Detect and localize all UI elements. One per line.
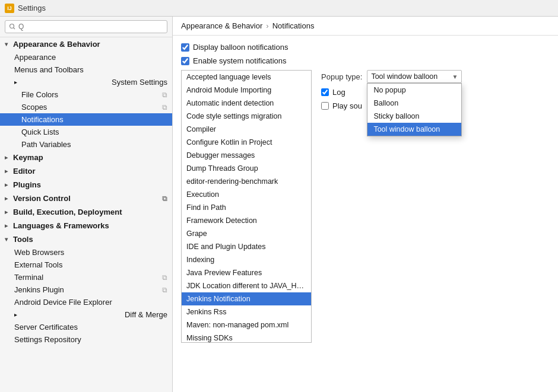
display-balloon-row[interactable]: Display balloon notifications bbox=[181, 43, 550, 52]
content-area: Appearance & Behavior › Notifications Di… bbox=[173, 17, 558, 392]
copy-icon[interactable]: ⧉ bbox=[162, 273, 167, 282]
popup-type-dropdown-menu: No popupBalloonSticky balloonTool window… bbox=[367, 83, 462, 136]
sidebar-item-terminal[interactable]: Terminal⧉ bbox=[0, 271, 172, 283]
tree-group-arrow-icon: ▾ bbox=[5, 236, 11, 243]
notification-panel: Accepted language levelsAndroid Module I… bbox=[181, 70, 550, 343]
sidebar-item-label: Notifications bbox=[21, 115, 64, 124]
sidebar-item-notifications[interactable]: Notifications bbox=[0, 113, 172, 126]
sidebar-item-label: Diff & Merge bbox=[125, 310, 167, 319]
app-icon: IJ bbox=[5, 4, 14, 13]
sidebar-item-appearance[interactable]: Appearance bbox=[0, 51, 172, 63]
tree-group-arrow-icon: ▾ bbox=[5, 41, 11, 47]
notification-list-item[interactable]: Debugger messages bbox=[182, 149, 311, 162]
sidebar-item-label: Settings Repository bbox=[14, 335, 81, 344]
sidebar-group-label: Version Control bbox=[13, 194, 71, 203]
notification-list-item[interactable]: Android Module Importing bbox=[182, 84, 311, 97]
sidebar-group-plugins[interactable]: ▸Plugins bbox=[0, 178, 172, 192]
enable-system-notif-row[interactable]: Enable system notifications bbox=[181, 56, 550, 65]
sidebar-item-label: External Tools bbox=[14, 260, 62, 269]
tree-group-arrow-icon: ▸ bbox=[5, 154, 11, 161]
content-body: Display balloon notifications Enable sys… bbox=[173, 36, 558, 392]
breadcrumb-1: Appearance & Behavior bbox=[181, 21, 262, 30]
sidebar-item-system-settings[interactable]: ▸ System Settings bbox=[0, 76, 172, 88]
popup-type-dropdown-container: Tool window balloon ▼ No popupBalloonSti… bbox=[367, 70, 462, 83]
search-input[interactable] bbox=[5, 20, 167, 33]
copy-icon[interactable]: ⧉ bbox=[162, 91, 167, 99]
tree-group-arrow-icon: ▸ bbox=[5, 168, 11, 174]
enable-system-notif-checkbox[interactable] bbox=[181, 57, 189, 65]
dropdown-option-sticky-balloon[interactable]: Sticky balloon bbox=[367, 110, 461, 123]
sidebar-item-label: Path Variables bbox=[21, 140, 71, 149]
sidebar-item-label: Server Certificates bbox=[14, 323, 78, 332]
popup-type-dropdown-btn[interactable]: Tool window balloon ▼ bbox=[367, 70, 462, 83]
sidebar-item-web-browsers[interactable]: Web Browsers bbox=[0, 246, 172, 259]
notification-list-item[interactable]: Maven: non-managed pom.xml bbox=[182, 318, 311, 332]
notification-list-item[interactable]: Java Preview Features bbox=[182, 266, 311, 279]
sidebar-item-label: Web Browsers bbox=[14, 248, 64, 257]
sidebar-item-diff-&-merge[interactable]: ▸ Diff & Merge bbox=[0, 308, 172, 321]
sidebar-group-label: Languages & Frameworks bbox=[13, 221, 109, 230]
sidebar-item-label: File Colors bbox=[21, 90, 58, 99]
notification-list-item[interactable]: Compiler bbox=[182, 123, 311, 136]
breadcrumb-2: Notifications bbox=[272, 21, 315, 30]
copy-icon[interactable]: ⧉ bbox=[162, 103, 167, 111]
sidebar-group-label: Build, Execution, Deployment bbox=[13, 208, 122, 216]
log-checkbox[interactable] bbox=[321, 88, 329, 96]
notification-list[interactable]: Accepted language levelsAndroid Module I… bbox=[181, 70, 312, 343]
notification-list-item[interactable]: Code style settings migration bbox=[182, 110, 311, 123]
notification-list-item[interactable]: JDK Location different to JAVA_HOME bbox=[182, 279, 311, 292]
dropdown-arrow-icon: ▼ bbox=[452, 74, 458, 80]
notification-list-item[interactable]: Missing SDKs bbox=[182, 332, 311, 343]
sidebar-group-keymap[interactable]: ▸Keymap bbox=[0, 151, 172, 164]
notification-list-item[interactable]: Execution bbox=[182, 188, 311, 201]
notification-list-item[interactable]: Configure Kotlin in Project bbox=[182, 136, 311, 149]
sidebar-item-android-device-file-explorer[interactable]: Android Device File Explorer bbox=[0, 296, 172, 308]
sidebar-group-build,-execution,-deployment[interactable]: ▸Build, Execution, Deployment bbox=[0, 205, 172, 219]
dropdown-option-tool-window-balloon[interactable]: Tool window balloon bbox=[367, 123, 461, 136]
copy-icon[interactable]: ⧉ bbox=[162, 286, 167, 294]
notification-list-item[interactable]: Jenkins Notification bbox=[182, 292, 311, 305]
content-header: Appearance & Behavior › Notifications bbox=[173, 17, 558, 36]
notification-list-item[interactable]: Find in Path bbox=[182, 201, 311, 214]
dropdown-option-balloon[interactable]: Balloon bbox=[367, 97, 461, 110]
notification-list-item[interactable]: Automatic indent detection bbox=[182, 97, 311, 110]
notification-settings-panel: Popup type: Tool window balloon ▼ No pop… bbox=[312, 70, 478, 343]
sidebar-item-settings-repository[interactable]: Settings Repository bbox=[0, 333, 172, 346]
search-box[interactable] bbox=[0, 17, 172, 37]
tree-group-arrow-icon: ▸ bbox=[5, 181, 11, 188]
sidebar-item-jenkins-plugin[interactable]: Jenkins Plugin⧉ bbox=[0, 283, 172, 296]
notification-list-item[interactable]: Accepted language levels bbox=[182, 71, 311, 84]
sidebar-group-editor[interactable]: ▸Editor bbox=[0, 164, 172, 178]
sidebar-item-file-colors[interactable]: File Colors⧉ bbox=[0, 88, 172, 101]
sidebar-group-tools[interactable]: ▾Tools bbox=[0, 232, 172, 246]
sidebar-item-external-tools[interactable]: External Tools bbox=[0, 259, 172, 271]
sidebar: ▾Appearance & BehaviorAppearanceMenus an… bbox=[0, 17, 173, 392]
tree-group-arrow-icon: ▸ bbox=[5, 222, 11, 229]
sidebar-item-label: Quick Lists bbox=[21, 128, 59, 136]
notification-list-item[interactable]: Grape bbox=[182, 227, 311, 240]
notification-list-item[interactable]: Dump Threads Group bbox=[182, 162, 311, 175]
dropdown-option-no-popup[interactable]: No popup bbox=[367, 84, 461, 97]
sidebar-item-path-variables[interactable]: Path Variables bbox=[0, 138, 172, 151]
title-bar: IJ Settings bbox=[0, 0, 558, 17]
breadcrumb-separator: › bbox=[266, 21, 268, 30]
notification-list-item[interactable]: IDE and Plugin Updates bbox=[182, 240, 311, 253]
sidebar-item-label: Terminal bbox=[14, 273, 43, 282]
sidebar-item-quick-lists[interactable]: Quick Lists bbox=[0, 126, 172, 138]
notification-list-item[interactable]: editor-rendering-benchmark bbox=[182, 175, 311, 188]
sidebar-item-scopes[interactable]: Scopes⧉ bbox=[0, 101, 172, 113]
sidebar-item-label: Appearance bbox=[14, 53, 56, 62]
sidebar-item-label: Jenkins Plugin bbox=[14, 285, 64, 294]
notification-list-item[interactable]: Framework Detection bbox=[182, 214, 311, 227]
play-sound-checkbox[interactable] bbox=[321, 102, 329, 110]
copy-icon[interactable]: ⧉ bbox=[162, 195, 167, 203]
sidebar-group-version-control[interactable]: ▸Version Control⧉ bbox=[0, 192, 172, 205]
sidebar-item-menus-and-toolbars[interactable]: Menus and Toolbars bbox=[0, 63, 172, 76]
sidebar-group-languages-&-frameworks[interactable]: ▸Languages & Frameworks bbox=[0, 219, 172, 232]
notification-list-item[interactable]: Jenkins Rss bbox=[182, 305, 311, 318]
display-balloon-checkbox[interactable] bbox=[181, 43, 189, 52]
main-layout: ▾Appearance & BehaviorAppearanceMenus an… bbox=[0, 17, 558, 392]
notification-list-item[interactable]: Indexing bbox=[182, 253, 311, 266]
sidebar-item-server-certificates[interactable]: Server Certificates bbox=[0, 321, 172, 333]
sidebar-group-appearance-&-behavior[interactable]: ▾Appearance & Behavior bbox=[0, 37, 172, 51]
